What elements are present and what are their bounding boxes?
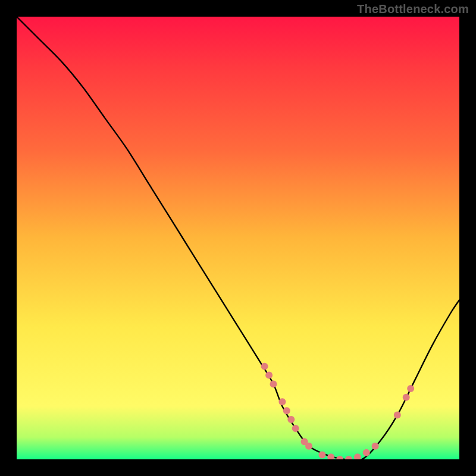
sample-dot	[336, 456, 343, 459]
chart-frame: TheBottleneck.com	[0, 0, 476, 476]
sample-dot	[278, 398, 286, 405]
sample-dot	[403, 394, 410, 401]
sample-dot	[287, 416, 295, 423]
sample-dot	[372, 443, 379, 450]
watermark-text: TheBottleneck.com	[357, 2, 469, 16]
sample-dot	[394, 412, 401, 419]
sample-dot	[305, 443, 312, 450]
sample-dot	[327, 453, 334, 459]
plot-area	[17, 17, 459, 459]
sample-dot	[407, 385, 414, 392]
sample-dot	[265, 372, 273, 379]
sample-dot	[270, 381, 277, 388]
sample-dot	[345, 456, 352, 459]
highlight-dots	[17, 17, 459, 459]
sample-dot	[261, 363, 268, 370]
sample-dot	[354, 453, 361, 459]
sample-dot	[318, 452, 325, 459]
sample-dot	[363, 449, 370, 456]
sample-dot	[283, 407, 290, 414]
sample-dot	[292, 425, 299, 432]
